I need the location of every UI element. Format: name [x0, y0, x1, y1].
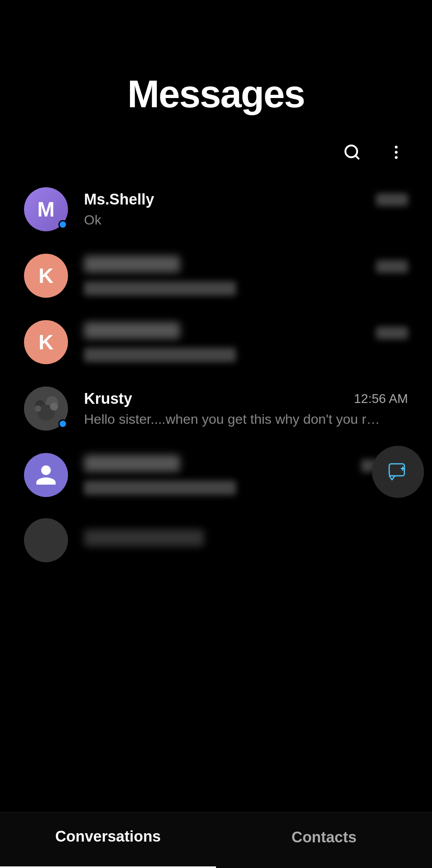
conversation-content [84, 256, 408, 296]
avatar [24, 453, 68, 497]
conversation-header: Krusty 12:56 AM [84, 390, 408, 407]
page-title: Messages [24, 72, 408, 116]
contact-name-blurred [84, 455, 180, 472]
message-time: 12:56 AM [354, 391, 408, 406]
bottom-nav: Conversations Contacts [0, 812, 432, 868]
conversation-item[interactable]: K [0, 309, 432, 375]
online-indicator [58, 419, 67, 428]
message-preview-blurred [84, 281, 236, 296]
person-silhouette-icon [34, 463, 58, 487]
message-preview: Hello sister....when you get this why do… [84, 411, 384, 427]
tab-contacts-label: Contacts [292, 829, 357, 846]
toolbar [0, 132, 432, 176]
search-button[interactable] [340, 140, 364, 164]
page-header: Messages [0, 0, 432, 132]
conversation-item[interactable]: M Ms.Shelly Ok [0, 176, 432, 243]
message-time [376, 193, 408, 206]
conversation-list: M Ms.Shelly Ok K K [0, 176, 432, 572]
avatar: K [24, 254, 68, 298]
conversation-header [84, 322, 408, 344]
avatar [24, 518, 68, 562]
conversation-content: M [84, 455, 408, 495]
avatar-container [24, 387, 68, 431]
contact-name-blurred [84, 322, 180, 339]
tab-conversations[interactable]: Conversations [0, 812, 216, 868]
conversation-item[interactable]: M [0, 442, 432, 508]
tab-contacts[interactable]: Contacts [216, 812, 432, 868]
contact-name-blurred [84, 256, 180, 273]
conversation-item[interactable] [0, 508, 432, 572]
online-indicator [58, 220, 67, 229]
more-options-button[interactable] [384, 140, 408, 164]
message-preview-blurred [84, 481, 236, 495]
conversation-content [84, 529, 408, 551]
avatar-container: M [24, 187, 68, 231]
conversation-header: M [84, 455, 408, 477]
message-preview: Ok [84, 212, 384, 228]
conversation-item[interactable]: K [0, 243, 432, 309]
tab-conversations-label: Conversations [55, 828, 161, 845]
svg-line-1 [356, 156, 359, 159]
conversation-item[interactable]: Krusty 12:56 AM Hello sister....when you… [0, 375, 432, 442]
svg-point-6 [35, 405, 41, 412]
avatar: K [24, 320, 68, 364]
new-conversation-fab[interactable] [372, 446, 424, 498]
conversation-header [84, 256, 408, 277]
svg-point-7 [50, 403, 58, 411]
conversation-content: Ms.Shelly Ok [84, 191, 408, 228]
avatar-container: K [24, 254, 68, 298]
contact-name: Ms.Shelly [84, 191, 154, 208]
avatar-container [24, 518, 68, 562]
more-options-icon [395, 146, 398, 159]
avatar-container [24, 453, 68, 497]
message-preview-blurred [84, 348, 236, 362]
contact-name-blurred [84, 529, 204, 546]
new-conversation-icon [386, 460, 410, 484]
message-time-blurred [376, 327, 408, 339]
avatar-container: K [24, 320, 68, 364]
svg-rect-8 [389, 464, 404, 476]
search-icon [343, 143, 361, 161]
contact-name: Krusty [84, 390, 132, 407]
message-time-blurred [376, 260, 408, 273]
conversation-content: Krusty 12:56 AM Hello sister....when you… [84, 390, 408, 427]
conversation-header: Ms.Shelly [84, 191, 408, 208]
conversation-content [84, 322, 408, 362]
